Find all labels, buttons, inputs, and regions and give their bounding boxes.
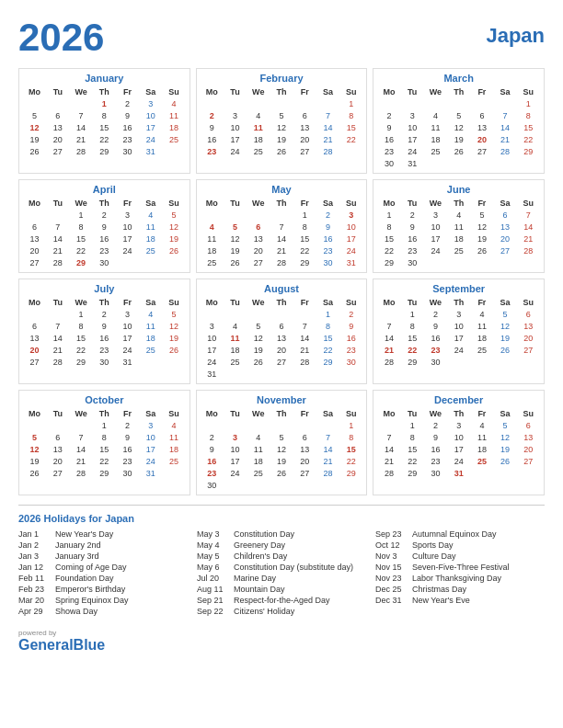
month-block-june: JuneMoTuWeThFrSaSu1234567891011121314151… — [373, 179, 545, 273]
holiday-row: Oct 12Sports Day — [375, 540, 545, 550]
holiday-name: Coming of Age Day — [55, 563, 127, 572]
year-label: 2026 — [18, 18, 104, 57]
month-title: October — [23, 394, 186, 405]
month-block-october: OctoberMoTuWeThFrSaSu1234567891011121314… — [18, 390, 190, 495]
holiday-name: Emperor's Birthday — [55, 585, 125, 594]
holiday-row: Apr 29Showa Day — [18, 607, 188, 616]
month-block-august: AugustMoTuWeThFrSaSu12345678910111213141… — [196, 279, 368, 384]
holiday-col-col3: Sep 23Autumnal Equinox DayOct 12Sports D… — [375, 529, 545, 618]
holiday-name: Autumnal Equinox Day — [412, 529, 497, 539]
holiday-row: Sep 23Autumnal Equinox Day — [375, 529, 545, 539]
holiday-name: Citizens' Holiday — [234, 607, 294, 616]
month-title: September — [377, 283, 540, 294]
holiday-date: Nov 23 — [375, 574, 408, 583]
holidays-section: 2026 Holidays for Japan Jan 1New Year's … — [18, 505, 545, 618]
holiday-date: May 6 — [197, 563, 230, 572]
holiday-date: Jan 1 — [18, 529, 52, 539]
holiday-date: Aug 11 — [197, 585, 230, 594]
holiday-date: Apr 29 — [18, 607, 52, 616]
holiday-date: Jan 2 — [18, 540, 52, 550]
holiday-date: Feb 23 — [18, 585, 52, 594]
month-block-january: JanuaryMoTuWeThFrSaSu1234567891011121314… — [18, 68, 190, 174]
holiday-name: Respect-for-the-Aged Day — [234, 596, 330, 605]
holiday-row: Nov 15Seven-Five-Three Festival — [375, 563, 545, 572]
holiday-row: Aug 11Mountain Day — [197, 585, 366, 594]
holiday-date: Nov 3 — [375, 552, 408, 561]
month-block-november: NovemberMoTuWeThFrSaSu123456789101112131… — [196, 390, 368, 495]
holiday-row: Jan 12Coming of Age Day — [18, 563, 188, 572]
holiday-row: Dec 31New Year's Eve — [375, 596, 545, 605]
holiday-date: Jul 20 — [197, 574, 230, 583]
month-block-april: AprilMoTuWeThFrSaSu123456789101112131415… — [18, 179, 190, 273]
footer-brand: GeneralBlue — [18, 637, 105, 654]
holiday-name: Christmas Day — [412, 585, 466, 594]
holiday-date: Sep 21 — [197, 596, 230, 605]
holiday-name: Children's Day — [234, 552, 287, 561]
holiday-row: Nov 3Culture Day — [375, 552, 545, 561]
holiday-date: Feb 11 — [18, 574, 52, 583]
holiday-name: New Year's Eve — [412, 596, 470, 605]
holiday-date: May 3 — [197, 529, 230, 539]
holiday-date: Jan 3 — [18, 552, 52, 561]
holiday-date: Sep 22 — [197, 607, 230, 616]
holiday-row: Jan 2January 2nd — [18, 540, 188, 550]
holiday-row: May 6Constitution Day (substitute day) — [197, 563, 366, 572]
month-block-march: MarchMoTuWeThFrSaSu123456789101112131415… — [373, 68, 545, 174]
holiday-row: Feb 11Foundation Day — [18, 574, 188, 583]
month-block-february: FebruaryMoTuWeThFrSaSu123456789101112131… — [196, 68, 368, 174]
holiday-name: Seven-Five-Three Festival — [412, 563, 510, 572]
holiday-row: Jul 20Marine Day — [197, 574, 366, 583]
footer-powered: powered by — [18, 629, 105, 637]
holiday-col-col1: Jan 1New Year's DayJan 2January 2ndJan 3… — [18, 529, 188, 618]
country-label: Japan — [486, 18, 545, 46]
holiday-col-col2: May 3Constitution DayMay 4Greenery DayMa… — [197, 529, 366, 618]
holiday-date: Dec 31 — [375, 596, 408, 605]
holiday-name: January 2nd — [55, 540, 101, 550]
month-title: April — [23, 184, 186, 195]
holiday-date: Mar 20 — [18, 596, 52, 605]
holiday-name: Labor Thanksgiving Day — [412, 574, 501, 583]
holiday-date: May 5 — [197, 552, 230, 561]
holiday-name: Spring Equinox Day — [55, 596, 129, 605]
month-title: July — [23, 283, 186, 294]
month-block-may: MayMoTuWeThFrSaSu12345678910111213141516… — [196, 179, 368, 273]
month-title: January — [23, 73, 186, 84]
holiday-date: Oct 12 — [375, 540, 408, 550]
month-title: February — [201, 73, 363, 84]
holiday-date: May 4 — [197, 540, 230, 550]
holiday-name: Showa Day — [55, 607, 98, 616]
holiday-name: Culture Day — [412, 552, 456, 561]
month-title: December — [377, 394, 540, 405]
month-block-december: DecemberMoTuWeThFrSaSu123456789101112131… — [373, 390, 545, 495]
holiday-name: New Year's Day — [55, 529, 113, 539]
holiday-row: Nov 23Labor Thanksgiving Day — [375, 574, 545, 583]
holiday-row: Sep 22Citizens' Holiday — [197, 607, 366, 616]
month-title: August — [201, 283, 363, 294]
holiday-row: Sep 21Respect-for-the-Aged Day — [197, 596, 366, 605]
holiday-row: Dec 25Christmas Day — [375, 585, 545, 594]
holiday-name: January 3rd — [55, 552, 99, 561]
month-title: May — [201, 184, 363, 195]
month-block-september: SeptemberMoTuWeThFrSaSu12345678910111213… — [373, 279, 545, 384]
holidays-columns: Jan 1New Year's DayJan 2January 2ndJan 3… — [18, 529, 545, 618]
month-title: November — [201, 394, 363, 405]
holiday-name: Marine Day — [234, 574, 276, 583]
calendars-grid: JanuaryMoTuWeThFrSaSu1234567891011121314… — [18, 68, 545, 495]
footer: powered by GeneralBlue — [18, 629, 545, 654]
holiday-row: May 5Children's Day — [197, 552, 366, 561]
holiday-date: Dec 25 — [375, 585, 408, 594]
holidays-title: 2026 Holidays for Japan — [18, 513, 545, 524]
holiday-date: Nov 15 — [375, 563, 408, 572]
holiday-row: Mar 20Spring Equinox Day — [18, 596, 188, 605]
holiday-row: May 4Greenery Day — [197, 540, 366, 550]
holiday-name: Constitution Day — [234, 529, 294, 539]
holiday-name: Sports Day — [412, 540, 454, 550]
month-title: June — [377, 184, 540, 195]
brand-blue: Blue — [74, 637, 106, 653]
holiday-row: May 3Constitution Day — [197, 529, 366, 539]
holiday-row: Feb 23Emperor's Birthday — [18, 585, 188, 594]
month-title: March — [377, 73, 540, 84]
page-header: 2026 Japan — [18, 18, 545, 57]
holiday-date: Jan 12 — [18, 563, 52, 572]
holiday-name: Mountain Day — [234, 585, 285, 594]
